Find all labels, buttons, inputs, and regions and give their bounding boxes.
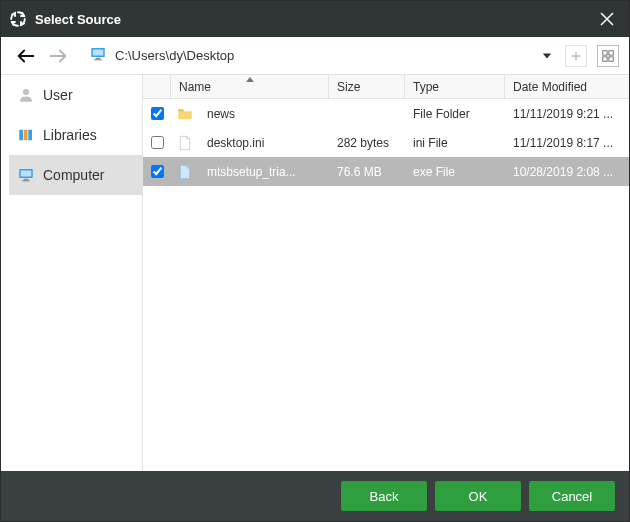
row-name: mtsbsetup_tria... xyxy=(199,165,329,179)
monitor-icon xyxy=(89,45,107,67)
sidebar: User Libraries Computer xyxy=(1,75,143,471)
sidebar-item-label: User xyxy=(43,87,73,103)
svg-rect-11 xyxy=(28,130,32,141)
svg-rect-3 xyxy=(94,59,102,60)
row-type: ini File xyxy=(405,136,505,150)
nav-back-button[interactable] xyxy=(15,45,37,67)
file-icon xyxy=(171,133,199,153)
svg-rect-2 xyxy=(96,57,101,59)
footer: Back OK Cancel xyxy=(1,471,629,521)
row-date: 11/11/2019 8:17 ... xyxy=(505,136,629,150)
new-folder-button[interactable] xyxy=(565,45,587,67)
path-box: C:\Users\dy\Desktop xyxy=(89,45,555,67)
user-icon xyxy=(17,86,35,104)
row-name: news xyxy=(199,107,329,121)
file-icon xyxy=(171,162,199,182)
row-date: 10/28/2019 2:08 ... xyxy=(505,165,629,179)
titlebar: Select Source xyxy=(1,1,629,37)
header-check[interactable] xyxy=(143,75,171,98)
file-list-area: Name Size Type Date Modified newsFile Fo… xyxy=(143,75,629,471)
svg-rect-13 xyxy=(21,171,32,177)
svg-rect-14 xyxy=(24,179,29,181)
svg-rect-1 xyxy=(93,49,104,55)
svg-rect-15 xyxy=(22,180,30,181)
svg-rect-10 xyxy=(24,130,28,141)
sidebar-item-label: Computer xyxy=(43,167,104,183)
file-row[interactable]: desktop.ini282 bytesini File11/11/2019 8… xyxy=(143,128,629,157)
libraries-icon xyxy=(17,126,35,144)
header-type[interactable]: Type xyxy=(405,75,505,98)
computer-icon xyxy=(17,166,35,184)
svg-rect-4 xyxy=(603,50,607,54)
sidebar-item-libraries[interactable]: Libraries xyxy=(9,115,142,155)
file-row[interactable]: newsFile Folder11/11/2019 9:21 ... xyxy=(143,99,629,128)
window-title: Select Source xyxy=(35,12,593,27)
ok-button[interactable]: OK xyxy=(435,481,521,511)
row-size: 76.6 MB xyxy=(329,165,405,179)
path-text[interactable]: C:\Users\dy\Desktop xyxy=(115,48,531,63)
row-checkbox[interactable] xyxy=(151,107,164,120)
row-name: desktop.ini xyxy=(199,136,329,150)
svg-point-8 xyxy=(23,89,29,95)
header-size[interactable]: Size xyxy=(329,75,405,98)
row-date: 11/11/2019 9:21 ... xyxy=(505,107,629,121)
row-checkbox-cell xyxy=(143,165,171,178)
svg-rect-6 xyxy=(603,56,607,60)
row-checkbox[interactable] xyxy=(151,165,164,178)
app-icon xyxy=(9,10,27,28)
back-button[interactable]: Back xyxy=(341,481,427,511)
sidebar-item-computer[interactable]: Computer xyxy=(9,155,142,195)
window: Select Source C:\Users\dy\Desktop xyxy=(0,0,630,522)
path-dropdown-button[interactable] xyxy=(539,48,555,64)
close-button[interactable] xyxy=(593,5,621,33)
nav-forward-button[interactable] xyxy=(47,45,69,67)
row-type: File Folder xyxy=(405,107,505,121)
main-area: User Libraries Computer Name Size Type xyxy=(1,75,629,471)
row-type: exe File xyxy=(405,165,505,179)
folder-icon xyxy=(171,106,199,122)
row-checkbox-cell xyxy=(143,136,171,149)
file-row[interactable]: mtsbsetup_tria...76.6 MBexe File10/28/20… xyxy=(143,157,629,186)
sidebar-item-user[interactable]: User xyxy=(9,75,142,115)
column-headers: Name Size Type Date Modified xyxy=(143,75,629,99)
row-size: 282 bytes xyxy=(329,136,405,150)
file-rows: newsFile Folder11/11/2019 9:21 ...deskto… xyxy=(143,99,629,471)
view-options-button[interactable] xyxy=(597,45,619,67)
header-date[interactable]: Date Modified xyxy=(505,75,629,98)
row-checkbox[interactable] xyxy=(151,136,164,149)
header-name[interactable]: Name xyxy=(171,75,329,98)
cancel-button[interactable]: Cancel xyxy=(529,481,615,511)
svg-rect-5 xyxy=(609,50,613,54)
sidebar-item-label: Libraries xyxy=(43,127,97,143)
toolbar: C:\Users\dy\Desktop xyxy=(1,37,629,75)
row-checkbox-cell xyxy=(143,107,171,120)
svg-rect-7 xyxy=(609,56,613,60)
svg-rect-9 xyxy=(19,130,23,141)
